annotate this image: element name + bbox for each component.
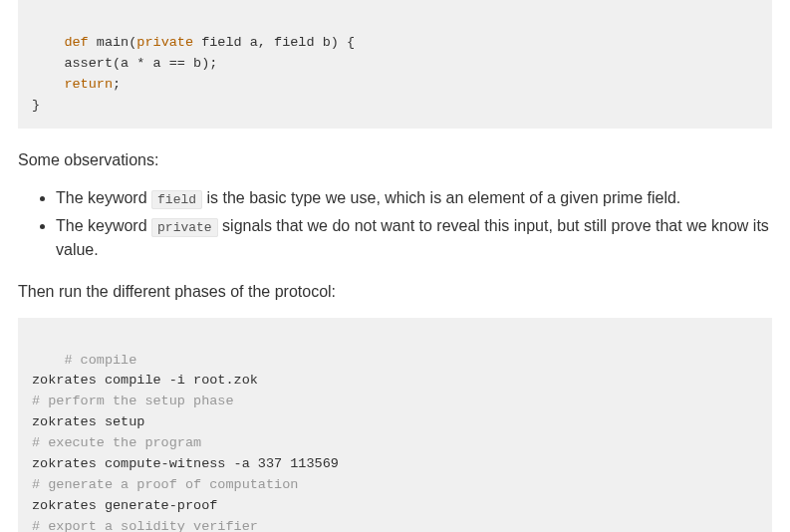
code-token: assert(a * a == b); <box>32 56 217 71</box>
code-token: main( <box>89 35 137 50</box>
code-line: zokrates compute-witness -a 337 113569 <box>32 456 339 471</box>
code-comment: # compile <box>64 353 136 368</box>
code-token: ; <box>113 77 121 92</box>
paragraph-phases: Then run the different phases of the pro… <box>18 280 772 304</box>
inline-code-field: field <box>151 190 202 209</box>
code-token: return <box>64 77 113 92</box>
code-comment: # generate a proof of computation <box>32 477 298 492</box>
list-item: The keyword field is the basic type we u… <box>56 186 772 210</box>
code-block-2: # compile zokrates compile -i root.zok #… <box>18 318 772 532</box>
code-token: field a, field b) { <box>193 35 355 50</box>
inline-code-private: private <box>151 218 218 237</box>
code-line: zokrates compile -i root.zok <box>32 373 258 388</box>
observations-list: The keyword field is the basic type we u… <box>18 186 772 262</box>
list-text: The keyword <box>56 217 151 234</box>
code-comment: # execute the program <box>32 435 201 450</box>
code-block-1: def main(private field a, field b) { ass… <box>18 0 772 129</box>
code-comment: # perform the setup phase <box>32 394 234 408</box>
list-item: The keyword private signals that we do n… <box>56 214 772 262</box>
code-token <box>32 77 64 92</box>
copy-icon[interactable] <box>744 8 762 26</box>
code-token: } <box>32 98 40 113</box>
code-line: zokrates generate-proof <box>32 498 217 513</box>
code-comment: # export a solidity verifier <box>32 519 258 532</box>
page-content: def main(private field a, field b) { ass… <box>0 0 790 532</box>
list-text: is the basic type we use, which is an el… <box>202 189 680 206</box>
code-token: def <box>64 35 88 50</box>
code-token: private <box>136 35 193 50</box>
code-line: zokrates setup <box>32 414 144 429</box>
copy-icon[interactable] <box>744 326 762 344</box>
paragraph-observations: Some observations: <box>18 148 772 172</box>
list-text: The keyword <box>56 189 151 206</box>
